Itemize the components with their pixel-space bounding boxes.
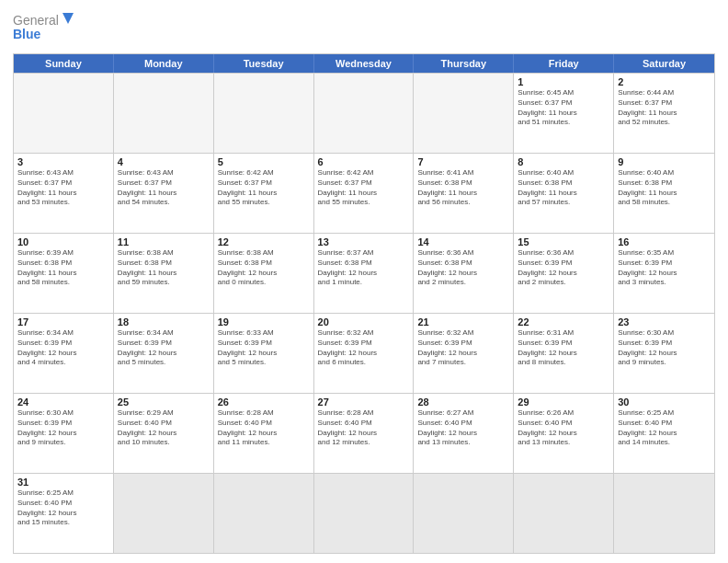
calendar-header-row: SundayMondayTuesdayWednesdayThursdayFrid… [14, 54, 714, 73]
day-info: Sunrise: 6:34 AM Sunset: 6:39 PM Dayligh… [17, 328, 109, 368]
calendar-day-cell: 31Sunrise: 6:25 AM Sunset: 6:40 PM Dayli… [14, 474, 114, 553]
calendar-day-cell: 30Sunrise: 6:25 AM Sunset: 6:40 PM Dayli… [614, 394, 714, 473]
calendar-empty-cell [114, 474, 214, 553]
calendar-day-cell: 25Sunrise: 6:29 AM Sunset: 6:40 PM Dayli… [114, 394, 214, 473]
calendar-day-cell: 9Sunrise: 6:40 AM Sunset: 6:38 PM Daylig… [614, 154, 714, 233]
day-number: 18 [118, 316, 210, 327]
calendar-day-cell: 19Sunrise: 6:33 AM Sunset: 6:39 PM Dayli… [214, 314, 314, 393]
header-cell-monday: Monday [114, 54, 214, 73]
calendar-day-cell: 13Sunrise: 6:37 AM Sunset: 6:38 PM Dayli… [314, 234, 415, 313]
calendar-day-cell: 2Sunrise: 6:44 AM Sunset: 6:37 PM Daylig… [614, 74, 714, 153]
day-number: 25 [118, 396, 210, 408]
day-info: Sunrise: 6:38 AM Sunset: 6:38 PM Dayligh… [118, 248, 210, 288]
day-info: Sunrise: 6:44 AM Sunset: 6:37 PM Dayligh… [618, 88, 711, 128]
header-cell-saturday: Saturday [614, 54, 714, 73]
calendar-day-cell: 8Sunrise: 6:40 AM Sunset: 6:38 PM Daylig… [514, 154, 614, 233]
day-info: Sunrise: 6:36 AM Sunset: 6:39 PM Dayligh… [518, 248, 609, 288]
calendar-day-cell: 17Sunrise: 6:34 AM Sunset: 6:39 PM Dayli… [14, 314, 114, 393]
day-info: Sunrise: 6:40 AM Sunset: 6:38 PM Dayligh… [618, 168, 711, 208]
calendar-day-cell: 20Sunrise: 6:32 AM Sunset: 6:39 PM Dayli… [314, 314, 415, 393]
day-info: Sunrise: 6:41 AM Sunset: 6:38 PM Dayligh… [417, 168, 509, 208]
logo: General Blue [13, 11, 77, 46]
calendar-day-cell: 29Sunrise: 6:26 AM Sunset: 6:40 PM Dayli… [514, 394, 614, 473]
day-number: 15 [518, 236, 609, 247]
calendar-week-row: 17Sunrise: 6:34 AM Sunset: 6:39 PM Dayli… [14, 313, 714, 393]
day-info: Sunrise: 6:45 AM Sunset: 6:37 PM Dayligh… [518, 88, 609, 128]
calendar-day-cell: 26Sunrise: 6:28 AM Sunset: 6:40 PM Dayli… [214, 394, 314, 473]
day-number: 22 [518, 316, 609, 327]
day-info: Sunrise: 6:42 AM Sunset: 6:37 PM Dayligh… [318, 168, 410, 208]
day-info: Sunrise: 6:31 AM Sunset: 6:39 PM Dayligh… [518, 328, 609, 368]
day-info: Sunrise: 6:43 AM Sunset: 6:37 PM Dayligh… [17, 168, 109, 208]
day-number: 17 [17, 316, 109, 327]
day-number: 2 [618, 76, 711, 87]
calendar-day-cell: 11Sunrise: 6:38 AM Sunset: 6:38 PM Dayli… [114, 234, 214, 313]
calendar-grid: SundayMondayTuesdayWednesdayThursdayFrid… [13, 53, 715, 554]
day-info: Sunrise: 6:32 AM Sunset: 6:39 PM Dayligh… [417, 328, 509, 368]
day-number: 14 [417, 236, 509, 247]
calendar-empty-cell [214, 474, 314, 553]
day-info: Sunrise: 6:27 AM Sunset: 6:40 PM Dayligh… [417, 408, 509, 448]
day-number: 8 [518, 156, 609, 167]
calendar-week-row: 3Sunrise: 6:43 AM Sunset: 6:37 PM Daylig… [14, 153, 714, 233]
calendar-empty-cell [314, 74, 415, 153]
calendar-empty-cell [414, 474, 514, 553]
day-number: 7 [417, 156, 509, 167]
day-number: 16 [618, 236, 711, 247]
day-info: Sunrise: 6:32 AM Sunset: 6:39 PM Dayligh… [318, 328, 410, 368]
day-info: Sunrise: 6:40 AM Sunset: 6:38 PM Dayligh… [518, 168, 609, 208]
day-info: Sunrise: 6:29 AM Sunset: 6:40 PM Dayligh… [118, 408, 210, 448]
day-number: 19 [218, 316, 310, 327]
day-number: 27 [318, 396, 410, 408]
header-cell-sunday: Sunday [14, 54, 114, 73]
calendar-day-cell: 1Sunrise: 6:45 AM Sunset: 6:37 PM Daylig… [514, 74, 614, 153]
day-info: Sunrise: 6:33 AM Sunset: 6:39 PM Dayligh… [218, 328, 310, 368]
day-number: 1 [518, 76, 609, 87]
header-cell-friday: Friday [514, 54, 614, 73]
day-number: 4 [118, 156, 210, 167]
header-cell-tuesday: Tuesday [214, 54, 314, 73]
calendar-day-cell: 10Sunrise: 6:39 AM Sunset: 6:38 PM Dayli… [14, 234, 114, 313]
calendar-empty-cell [614, 474, 714, 553]
day-number: 29 [518, 396, 609, 408]
day-number: 23 [618, 316, 711, 327]
day-number: 26 [218, 396, 310, 408]
calendar-day-cell: 7Sunrise: 6:41 AM Sunset: 6:38 PM Daylig… [414, 154, 514, 233]
day-info: Sunrise: 6:43 AM Sunset: 6:37 PM Dayligh… [118, 168, 210, 208]
day-info: Sunrise: 6:25 AM Sunset: 6:40 PM Dayligh… [17, 488, 109, 528]
day-number: 30 [618, 396, 711, 408]
calendar-day-cell: 4Sunrise: 6:43 AM Sunset: 6:37 PM Daylig… [114, 154, 214, 233]
day-number: 13 [318, 236, 410, 247]
day-number: 3 [17, 156, 109, 167]
calendar-day-cell: 12Sunrise: 6:38 AM Sunset: 6:38 PM Dayli… [214, 234, 314, 313]
day-info: Sunrise: 6:25 AM Sunset: 6:40 PM Dayligh… [618, 408, 711, 448]
day-number: 6 [318, 156, 410, 167]
day-number: 10 [17, 236, 109, 247]
day-info: Sunrise: 6:37 AM Sunset: 6:38 PM Dayligh… [318, 248, 410, 288]
calendar-day-cell: 22Sunrise: 6:31 AM Sunset: 6:39 PM Dayli… [514, 314, 614, 393]
day-info: Sunrise: 6:35 AM Sunset: 6:39 PM Dayligh… [618, 248, 711, 288]
calendar-day-cell: 3Sunrise: 6:43 AM Sunset: 6:37 PM Daylig… [14, 154, 114, 233]
calendar-day-cell: 27Sunrise: 6:28 AM Sunset: 6:40 PM Dayli… [314, 394, 415, 473]
day-number: 28 [417, 396, 509, 408]
general-blue-logo-icon: General Blue [13, 11, 77, 46]
calendar-empty-cell [114, 74, 214, 153]
calendar-day-cell: 16Sunrise: 6:35 AM Sunset: 6:39 PM Dayli… [614, 234, 714, 313]
day-info: Sunrise: 6:36 AM Sunset: 6:38 PM Dayligh… [417, 248, 509, 288]
calendar-week-row: 31Sunrise: 6:25 AM Sunset: 6:40 PM Dayli… [14, 473, 714, 553]
day-number: 5 [218, 156, 310, 167]
calendar-week-row: 24Sunrise: 6:30 AM Sunset: 6:39 PM Dayli… [14, 393, 714, 473]
header-cell-thursday: Thursday [414, 54, 514, 73]
calendar-day-cell: 5Sunrise: 6:42 AM Sunset: 6:37 PM Daylig… [214, 154, 314, 233]
day-number: 9 [618, 156, 711, 167]
calendar-day-cell: 24Sunrise: 6:30 AM Sunset: 6:39 PM Dayli… [14, 394, 114, 473]
calendar-empty-cell [214, 74, 314, 153]
calendar-day-cell: 14Sunrise: 6:36 AM Sunset: 6:38 PM Dayli… [414, 234, 514, 313]
calendar-empty-cell [414, 74, 514, 153]
calendar-day-cell: 18Sunrise: 6:34 AM Sunset: 6:39 PM Dayli… [114, 314, 214, 393]
calendar-week-row: 10Sunrise: 6:39 AM Sunset: 6:38 PM Dayli… [14, 233, 714, 313]
day-info: Sunrise: 6:39 AM Sunset: 6:38 PM Dayligh… [17, 248, 109, 288]
calendar-body: 1Sunrise: 6:45 AM Sunset: 6:37 PM Daylig… [14, 73, 714, 553]
day-info: Sunrise: 6:26 AM Sunset: 6:40 PM Dayligh… [518, 408, 609, 448]
day-info: Sunrise: 6:28 AM Sunset: 6:40 PM Dayligh… [318, 408, 410, 448]
